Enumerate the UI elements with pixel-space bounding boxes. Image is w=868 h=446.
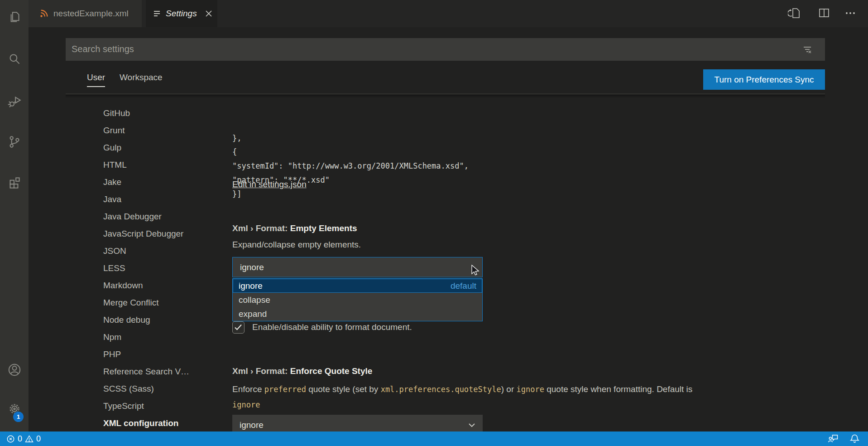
dropdown-option[interactable]: ignore default [233,279,482,293]
setting-title-enforce-quote-style: Xml › Format: Enforce Quote Style [232,365,372,377]
status-bar: 0 0 [0,431,868,446]
toc-item[interactable]: SCSS (Sass) [29,380,192,398]
source-control-icon[interactable] [6,134,23,150]
chevron-down-icon [467,421,476,430]
description-segment: ignore [517,385,544,394]
settings-editor-icon [153,9,162,18]
account-icon[interactable] [6,362,23,378]
filter-icon[interactable] [802,45,812,55]
code-line: "systemId": "http://www.w3.org/2001/XMLS… [232,159,469,173]
option-label: collapse [239,293,270,307]
toc-item[interactable]: GitHub [29,105,192,122]
select-value: ignore [240,420,264,430]
tab-bar: nestedExample.xml Settings [29,0,868,27]
tab-nestedexample-xml[interactable]: nestedExample.xml [29,0,144,27]
close-icon[interactable] [204,9,213,18]
toc-item[interactable]: PHP [29,346,192,363]
code-line: }, [232,131,469,145]
turn-on-preferences-sync-button[interactable]: Turn on Preferences Sync [703,69,825,90]
option-label: ignore [239,279,263,293]
dropdown-option[interactable]: collapse [233,293,482,307]
toc-item[interactable]: Jake [29,174,192,191]
notifications-bell-icon[interactable] [849,433,860,445]
explorer-icon[interactable] [6,10,23,26]
tab-user[interactable]: User [87,73,105,87]
settings-search-input[interactable]: Search settings [66,38,825,61]
code-line: { [232,145,469,159]
tab-label: Settings [166,9,197,19]
toc-item[interactable]: Node debug [29,311,192,329]
feedback-icon[interactable] [828,433,839,445]
setting-category: Xml › Format: [232,223,290,233]
toc-item[interactable]: Gulp [29,139,192,156]
description-segment: ignore [232,400,260,409]
edit-in-settings-json-link[interactable]: Edit in settings.json [232,179,307,189]
description-segment: preferred [264,385,306,394]
toc-item[interactable]: XML configuration [29,415,192,431]
tab-label: nestedExample.xml [53,9,129,19]
setting-name: Empty Elements [290,223,357,233]
toc-item[interactable]: LESS [29,260,192,277]
description-segment: xml.preferences.quoteStyle [381,385,501,394]
tab-settings[interactable]: Settings [146,0,217,27]
empty-elements-select[interactable]: ignore [232,257,483,277]
setting-description: Expand/collapse empty elements. [232,240,361,250]
more-actions-icon[interactable] [844,6,857,20]
split-editor-icon[interactable] [817,6,831,20]
empty-elements-dropdown-list: ignore default collapse expand [232,278,483,321]
settings-badge: 1 [13,412,24,422]
errors-icon [6,435,15,443]
description-segment: Enforce [232,384,264,394]
search-icon[interactable] [6,51,23,68]
description-segment: quote style (set by [306,384,381,394]
format-enabled-description: Enable/disable ability to format documen… [252,322,412,332]
settings-toc: GitHub Grunt Gulp HTML Jake Java Java De… [29,105,192,431]
setting-title-empty-elements: Xml › Format: Empty Elements [232,223,357,234]
toc-item[interactable]: TypeScript [29,398,192,415]
checkmark-icon [233,322,244,333]
option-label: expand [239,307,267,321]
extensions-icon[interactable] [6,175,23,191]
description-segment: quote style when formatting. Default is [544,384,692,394]
xml-file-icon [39,9,49,19]
toc-item[interactable]: Java Debugger [29,208,192,225]
toc-item[interactable]: HTML [29,156,192,174]
run-debug-icon[interactable] [6,93,23,109]
open-settings-json-icon[interactable] [788,6,801,20]
error-count: 0 [18,434,22,444]
description-segment: ) or [501,384,517,394]
tab-workspace[interactable]: Workspace [120,73,163,86]
toc-item[interactable]: Npm [29,329,192,346]
dropdown-option[interactable]: expand [233,307,482,321]
toc-item[interactable]: JavaScript Debugger [29,225,192,242]
search-placeholder: Search settings [72,44,134,54]
description-line: Enforce preferred quote style (set by xm… [232,382,816,397]
setting-category: Xml › Format: [232,366,290,376]
toc-item[interactable]: Reference Search V… [29,363,192,380]
toc-item[interactable]: JSON [29,242,192,260]
warnings-icon [25,435,34,443]
toc-item[interactable]: Java [29,191,192,208]
scroll-shadow [66,94,825,98]
format-enabled-checkbox[interactable] [232,321,245,334]
problems-status[interactable]: 0 0 [6,434,41,444]
description-line: ignore [232,397,816,412]
setting-name: Enforce Quote Style [290,366,373,376]
toc-item[interactable]: Grunt [29,122,192,139]
activity-bar: 1 [0,0,29,431]
option-default-badge: default [451,279,476,293]
warning-count: 0 [36,434,41,444]
toc-item[interactable]: Markdown [29,277,192,294]
quote-style-description: Enforce preferred quote style (set by xm… [232,382,816,412]
toc-item[interactable]: Merge Conflict [29,294,192,311]
